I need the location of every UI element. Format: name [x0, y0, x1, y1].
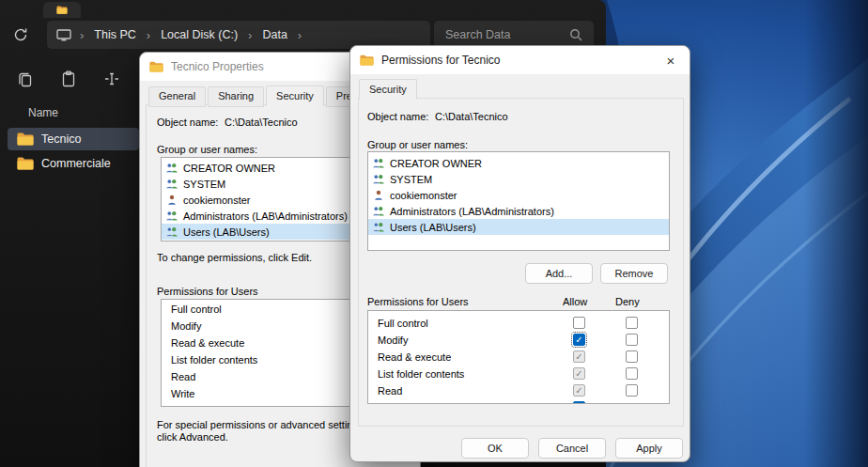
group-icon [372, 206, 385, 216]
explorer-tab[interactable] [43, 2, 81, 18]
breadcrumb-local-disk-c[interactable]: Local Disk (C:) [157, 28, 241, 41]
permission-row-full-control: Full control [368, 315, 669, 332]
close-button[interactable]: × [659, 50, 683, 70]
desktop: › This PC › Local Disk (C:) › Data › Sea… [0, 0, 868, 467]
chevron-right-icon: › [73, 28, 90, 42]
group-name: cookiemonster [390, 190, 457, 201]
group-name: CREATOR OWNER [183, 163, 275, 174]
deny-checkbox-read[interactable] [626, 384, 638, 397]
permission-row-partial [368, 399, 669, 404]
allow-checkbox-read[interactable] [573, 384, 585, 397]
group-name: Administrators (LAB\Administrators) [183, 210, 348, 222]
deny-checkbox-modify[interactable] [626, 334, 638, 346]
properties-dialog-title: Tecnico Properties [171, 60, 264, 73]
group-names-label: Group or user names: [367, 139, 468, 150]
object-name-value: C:\Data\Tecnico [225, 117, 298, 128]
folder-icon [149, 61, 163, 72]
add-button[interactable]: Add... [525, 263, 593, 284]
rename-button[interactable] [94, 62, 130, 96]
allow-column-header: Allow [563, 296, 587, 307]
breadcrumb-this-pc[interactable]: This PC [90, 28, 139, 41]
user-icon [165, 195, 178, 205]
tab-sharing[interactable]: Sharing [208, 86, 264, 107]
ok-button[interactable]: OK [461, 438, 529, 459]
object-name-label: Object name: [367, 111, 428, 122]
allow-checkbox-list-folder-contents[interactable] [573, 367, 585, 380]
advanced-hint-line1: For special permissions or advanced sett… [157, 419, 359, 430]
group-row-users[interactable]: Users (LAB\Users) [368, 219, 669, 235]
group-list: CREATOR OWNER SYSTEM cookiemonster Admin… [367, 151, 670, 251]
deny-checkbox-list-folder-contents[interactable] [626, 367, 638, 380]
group-name: CREATOR OWNER [390, 158, 482, 169]
tab-security[interactable]: Security [359, 79, 417, 100]
group-row-creator-owner[interactable]: CREATOR OWNER [368, 155, 669, 171]
permissions-for-users-label: Permissions for Users [367, 296, 469, 307]
copy-icon [17, 70, 34, 87]
deny-column-header: Deny [615, 296, 640, 307]
tab-general[interactable]: General [148, 86, 206, 107]
copy-button[interactable] [8, 62, 43, 96]
search-placeholder: Search Data [445, 28, 510, 41]
rename-icon [103, 70, 120, 87]
folder-icon [17, 132, 34, 146]
chevron-right-icon: › [241, 28, 258, 42]
group-icon [372, 174, 385, 184]
group-icon [372, 158, 385, 168]
breadcrumb-data[interactable]: Data [258, 28, 290, 41]
folder-tab-icon [56, 6, 68, 14]
group-row-administrators[interactable]: Administrators (LAB\Administrators) [368, 203, 669, 219]
permission-name: Full control [378, 318, 428, 329]
group-name: Users (LAB\Users) [390, 222, 476, 233]
tab-security[interactable]: Security [266, 86, 324, 106]
group-icon [165, 226, 178, 237]
chevron-right-icon: › [291, 28, 308, 42]
folder-icon [360, 54, 374, 66]
allow-checkbox-read-execute[interactable] [573, 350, 585, 363]
permission-row-read: Read [368, 382, 669, 399]
object-name-value: C:\Data\Tecnico [435, 111, 508, 122]
user-icon [372, 190, 385, 200]
name-column-header[interactable]: Name [28, 106, 58, 119]
group-icon [165, 210, 178, 221]
permission-name: Modify [378, 335, 408, 346]
refresh-button[interactable] [11, 25, 30, 44]
chevron-right-icon: › [140, 28, 157, 42]
paste-button[interactable] [51, 62, 86, 96]
group-icon [165, 179, 178, 189]
edit-hint: To change permissions, click Edit. [157, 252, 312, 263]
permission-row-read-execute: Read & execute [368, 349, 669, 366]
advanced-hint-line2: click Advanced. [157, 431, 228, 443]
deny-checkbox-read-execute[interactable] [626, 350, 638, 363]
permission-name: Read [378, 385, 402, 397]
remove-button[interactable]: Remove [600, 263, 668, 284]
allow-checkbox-full-control[interactable] [573, 317, 585, 329]
cancel-button[interactable]: Cancel [538, 438, 606, 459]
apply-button[interactable]: Apply [615, 438, 683, 459]
allow-checkbox-partial[interactable] [573, 401, 585, 404]
permission-name: List folder contents [378, 368, 464, 380]
group-row-system[interactable]: SYSTEM [368, 171, 669, 187]
permission-row-modify: Modify [368, 332, 669, 349]
deny-checkbox-full-control[interactable] [626, 317, 638, 329]
group-names-label: Group or user names: [157, 144, 257, 155]
folder-row-tecnico[interactable]: Tecnico [8, 128, 139, 150]
permissions-dialog-title: Permissions for Tecnico [381, 54, 501, 67]
permissions-table: Full control Modify Read & execute List … [367, 310, 670, 404]
folder-icon [17, 157, 34, 170]
permissions-tab-strip: Security [359, 80, 419, 101]
group-name: cookiemonster [183, 195, 251, 206]
this-pc-icon [56, 29, 71, 41]
permissions-for-users-label: Permissions for Users [157, 286, 258, 297]
group-row-cookiemonster[interactable]: cookiemonster [368, 187, 669, 203]
close-icon: × [667, 53, 675, 69]
refresh-icon [13, 27, 28, 42]
permissions-title-bar: Permissions for Tecnico [350, 46, 690, 74]
search-icon [569, 28, 582, 41]
group-name: Administrators (LAB\Administrators) [390, 206, 554, 217]
allow-checkbox-modify[interactable] [573, 334, 585, 346]
folder-row-commerciale[interactable]: Commerciale [8, 152, 139, 175]
group-icon [372, 222, 385, 232]
group-name: Users (LAB\Users) [183, 226, 270, 238]
folder-name: Tecnico [41, 132, 81, 146]
permission-row-list-folder-contents: List folder contents [368, 366, 669, 382]
